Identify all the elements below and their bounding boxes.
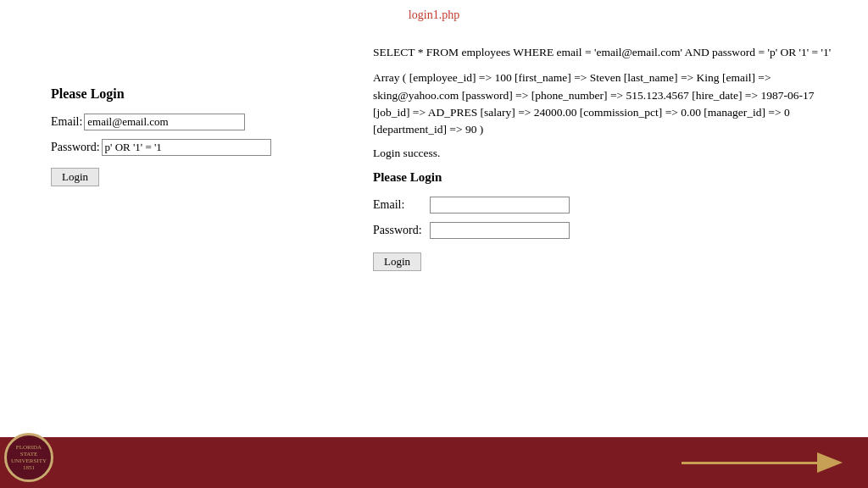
right-email-row: Email:: [373, 197, 843, 214]
right-login-heading: Please Login: [373, 170, 843, 185]
filename-link[interactable]: login1.php: [409, 8, 459, 21]
right-email-label: Email:: [373, 198, 428, 212]
right-panel: SELECT * FROM employees WHERE email = 'e…: [356, 36, 843, 271]
spear-head: [817, 452, 843, 473]
right-email-input[interactable]: [430, 197, 570, 214]
sql-query-text: SELECT * FROM employees WHERE email = 'e…: [373, 44, 843, 61]
email-row: Email:: [51, 114, 356, 130]
left-login-panel: Please Login Email: Password: Login: [51, 36, 356, 271]
login-success-text: Login success.: [373, 147, 843, 160]
right-password-row: Password:: [373, 222, 843, 239]
spear-line: [682, 462, 817, 464]
page-filename: login1.php: [0, 0, 868, 27]
array-result-text: Array ( [employee_id] => 100 [first_name…: [373, 69, 843, 138]
password-label: Password:: [51, 141, 100, 154]
fsu-seal: FLORIDA STATE UNIVERSITY 1851: [4, 433, 53, 482]
fsu-seal-line1: FLORIDA STATE: [7, 444, 51, 458]
right-login-panel: Please Login Email: Password: Login: [373, 170, 843, 271]
right-password-input[interactable]: [430, 222, 570, 239]
fsu-seal-year: 1851: [7, 464, 51, 471]
email-input[interactable]: [84, 114, 245, 130]
right-password-label: Password:: [373, 224, 428, 237]
left-login-button[interactable]: Login: [51, 168, 99, 186]
fsu-logo: FLORIDA STATE UNIVERSITY 1851: [4, 433, 55, 484]
email-label: Email:: [51, 115, 82, 129]
password-input[interactable]: [102, 139, 271, 156]
left-login-heading: Please Login: [51, 86, 356, 102]
right-login-button[interactable]: Login: [373, 252, 421, 271]
fsu-seal-line2: UNIVERSITY: [7, 458, 51, 464]
bottom-bar: [0, 437, 868, 488]
spear-decoration: [682, 452, 843, 473]
password-row: Password:: [51, 139, 356, 156]
